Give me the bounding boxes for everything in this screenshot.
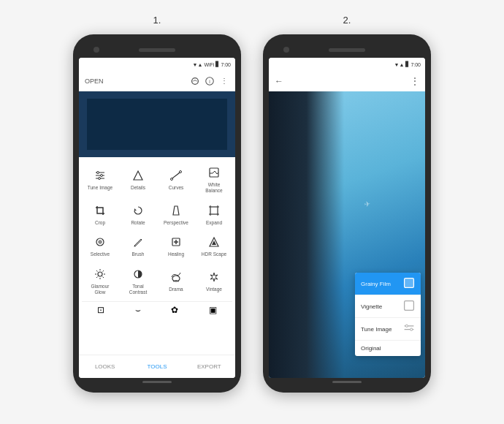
tool-hdr-scape[interactable]: HDR Scape <box>196 231 232 260</box>
perspective-label: Perspective <box>164 220 188 226</box>
phone-bottom-1 <box>79 378 235 385</box>
tool-perspective[interactable]: Perspective <box>158 200 194 229</box>
app2-image-area: ✈ Grainy Film Vignette <box>269 91 425 378</box>
tool-rotate[interactable]: Rotate <box>120 200 156 229</box>
section-1-wrapper: 1. ▼▲ WiFi ▊ 7:00 OPEN <box>73 15 241 393</box>
crop-label: Crop <box>95 220 105 226</box>
looks-small-icon[interactable]: ⊡ <box>97 305 104 315</box>
svg-rect-32 <box>405 279 414 288</box>
svg-point-0 <box>192 77 199 84</box>
grainy-film-label: Grainy Film <box>361 281 391 287</box>
healing-label: Healing <box>168 251 184 257</box>
phone-1: ▼▲ WiFi ▊ 7:00 OPEN i <box>73 34 241 393</box>
vignette-label: Vignette <box>361 303 382 310</box>
phone-speaker-2 <box>329 48 365 52</box>
wifi-icon: WiFi <box>204 62 214 67</box>
crop-icon <box>92 202 108 219</box>
phone-2: ▼▲ ▊ 7:00 ← ⋮ ✈ <box>263 34 431 393</box>
menu-item-vignette[interactable]: Vignette <box>355 295 421 318</box>
menu-tune-image-label: Tune Image <box>361 326 392 333</box>
more-options-icon[interactable]: ⋮ <box>219 76 229 86</box>
rotate-label: Rotate <box>131 220 145 226</box>
export-label: EXPORT <box>197 363 221 370</box>
more-options-2[interactable]: ⋮ <box>411 76 419 86</box>
tool-drama[interactable]: Drama <box>158 263 194 298</box>
glamour-glow-icon <box>92 266 108 282</box>
nav-tools[interactable]: TOOLS <box>131 355 183 378</box>
curves-label: Curves <box>169 185 184 191</box>
nav-looks[interactable]: LOOKS <box>79 355 131 378</box>
grainy-film-check-icon <box>403 277 415 290</box>
tool-glamour-glow[interactable]: GlamourGlow <box>82 263 118 298</box>
tool-crop[interactable]: Crop <box>82 200 118 229</box>
tools-label: TOOLS <box>148 363 167 370</box>
tool-tune-image[interactable]: Tune Image <box>82 162 118 197</box>
image-area-1 <box>79 91 235 157</box>
details-icon <box>130 167 146 183</box>
tool-curves[interactable]: Curves <box>158 162 194 197</box>
white-balance-icon <box>206 164 222 181</box>
svg-point-21 <box>98 272 102 276</box>
menu-item-original[interactable]: Original <box>355 341 421 356</box>
tonal-contrast-icon <box>130 266 146 282</box>
brush-icon <box>130 234 146 250</box>
status-icons-1: ▼▲ WiFi ▊ 7:00 <box>193 61 231 67</box>
svg-point-6 <box>97 171 99 173</box>
status-icons-2: ▼▲ ▊ 7:00 <box>394 61 421 67</box>
menu-item-tune-image[interactable]: Tune Image <box>355 318 421 341</box>
home-indicator-2 <box>332 381 362 383</box>
svg-line-27 <box>103 277 104 279</box>
rotate-icon <box>130 202 146 219</box>
building-windows <box>272 97 340 378</box>
tool-expand[interactable]: Expand <box>196 200 232 229</box>
mustache-icon[interactable]: ⌣ <box>135 305 141 315</box>
bottom-nav-1: LOOKS TOOLS EXPORT <box>79 355 235 378</box>
snapseed-icon[interactable] <box>190 76 200 86</box>
hdr-scape-icon <box>206 234 222 250</box>
tools-panel: Tune Image Details <box>79 157 235 355</box>
section-2-wrapper: 2. ▼▲ ▊ 7:00 ← ⋮ <box>263 15 431 393</box>
back-button[interactable]: ← <box>275 76 283 86</box>
info-icon[interactable]: i <box>205 76 215 86</box>
phone-screen-2: ▼▲ ▊ 7:00 ← ⋮ ✈ <box>269 58 425 378</box>
context-menu: Grainy Film Vignette <box>355 273 421 356</box>
svg-rect-12 <box>210 168 218 177</box>
airplane: ✈ <box>364 200 371 209</box>
original-label: Original <box>361 345 381 352</box>
phone-speaker-1 <box>139 48 175 52</box>
svg-text:i: i <box>209 79 210 84</box>
details-label: Details <box>131 185 145 191</box>
hdr-scape-label: HDR Scape <box>202 251 226 257</box>
svg-point-17 <box>99 242 101 243</box>
tool-brush[interactable]: Brush <box>120 231 156 260</box>
vintage-icon <box>206 269 222 285</box>
phone-camera-1 <box>93 47 99 53</box>
brush-label: Brush <box>132 251 145 257</box>
svg-point-37 <box>411 328 413 330</box>
tool-white-balance[interactable]: WhiteBalance <box>196 162 232 197</box>
glamour-glow-label: GlamourGlow <box>91 284 110 295</box>
svg-point-36 <box>405 325 408 327</box>
home-indicator-1 <box>142 381 172 383</box>
perspective-icon <box>168 202 184 219</box>
svg-point-8 <box>99 177 101 179</box>
tune-image-icon <box>92 167 108 183</box>
selective-label: Selective <box>91 251 110 257</box>
tool-tonal-contrast[interactable]: TonalContrast <box>120 263 156 298</box>
flower-small-icon[interactable]: ✿ <box>171 305 178 315</box>
drama-icon <box>168 269 184 285</box>
tool-selective[interactable]: Selective <box>82 231 118 260</box>
landscape-small-icon[interactable]: ▣ <box>209 305 217 315</box>
svg-marker-9 <box>134 171 142 180</box>
tune-image-label: Tune Image <box>88 185 112 191</box>
tool-healing[interactable]: Healing <box>158 231 194 260</box>
tonal-contrast-label: TonalContrast <box>129 284 148 295</box>
expand-icon <box>206 202 222 219</box>
nav-export[interactable]: EXPORT <box>183 355 235 378</box>
battery-icon: ▊ <box>215 61 219 67</box>
tool-vintage[interactable]: Vintage <box>196 263 232 298</box>
tool-details[interactable]: Details <box>120 162 156 197</box>
menu-item-grainy-film[interactable]: Grainy Film <box>355 273 421 295</box>
phone-bottom-2 <box>269 378 425 385</box>
svg-point-7 <box>101 174 103 176</box>
